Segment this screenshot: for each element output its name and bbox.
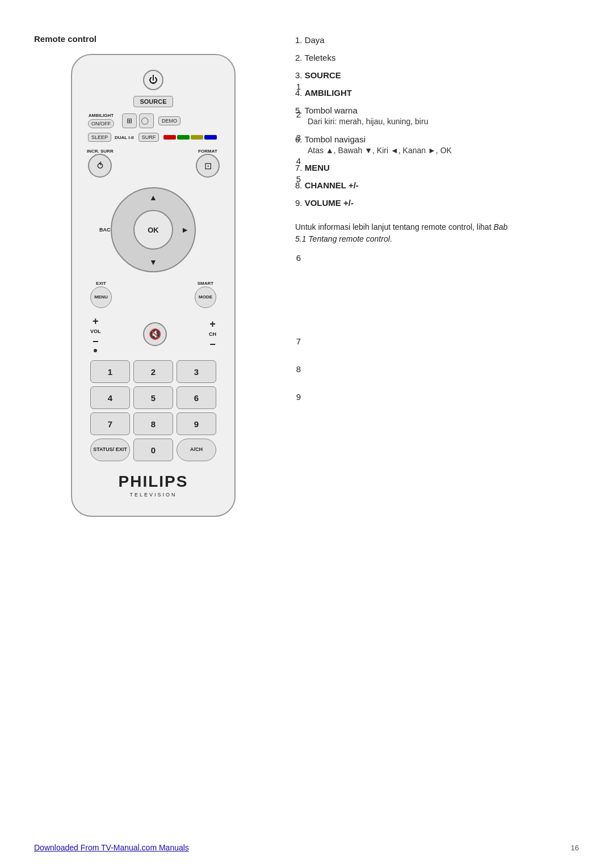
item-text: 9. VOLUME +/- [295,197,579,209]
item-text: 4. AMBILIGHT [295,87,579,99]
item-text: 3. SOURCE [295,69,579,81]
num-8-button[interactable]: 8 [133,412,173,435]
sleep-button[interactable]: SLEEP [88,133,111,142]
info-main: Untuk informasi lebih lanjut tentang rem… [295,222,493,231]
ambilight-row: AMBILIGHT ON/OFF ⊞ ⃝ DEMO [82,113,224,128]
num-2-button[interactable]: 2 [133,360,173,383]
mode-label: MODE [199,295,212,300]
source-item: SOURCE [305,70,341,80]
num-6-button[interactable]: 6 [177,386,216,409]
vol-plus-button[interactable]: + [93,316,99,326]
remote-wrapper: ⏻ SOURCE AMBILIGHT ON/OFF ⊞ ⃝ [34,54,272,517]
list-item: 1. Daya [295,34,579,46]
power-row: ⏻ [143,70,163,90]
yellow-button[interactable] [191,135,203,140]
nav-down-button[interactable]: ▼ [149,258,157,267]
numpad: 1 2 3 4 5 6 7 8 9 STATUS/ EXIT 0 A/CH [82,360,224,461]
demo-button[interactable]: DEMO [158,116,180,125]
num-4-button[interactable]: 4 [90,386,130,409]
item-sub: Atas ▲, Bawah ▼, Kiri ◄, Kanan ►, OK [308,145,579,157]
num-3-button[interactable]: 3 [177,360,216,383]
exit-smart-row: EXIT MENU SMART MODE [82,281,224,308]
item-text: 7. MENU [295,162,579,174]
num-5-button[interactable]: 5 [133,386,173,409]
right-column: 1. Daya 2. Teleteks 3. SOURCE 4. AMBILIG… [295,34,579,517]
vol-minus-button[interactable]: − [93,336,99,347]
format-button[interactable]: ⊡ [196,154,220,178]
ch-column: + CH − [209,319,216,349]
sleep-row: SLEEP DUAL I-II SURF [82,133,224,142]
brand-tv: TELEVISION [129,492,177,498]
brand-section: PHILIPS TELEVISION [119,473,188,498]
mode-button[interactable]: MODE [195,286,216,308]
exit-label: EXIT [96,281,106,286]
ambilight-label: AMBILIGHT [89,113,114,118]
list-item: 9. VOLUME +/- [295,197,579,209]
volume-item: VOLUME +/- [305,198,354,208]
menu-item: MENU [305,163,330,172]
power-button[interactable]: ⏻ [143,70,163,90]
item-text: 2. Teleteks [295,52,579,64]
mute-icon: 🔇 [149,328,161,340]
source-row: SOURCE [133,96,173,107]
section-title: Remote control [34,34,272,44]
source-button[interactable]: SOURCE [133,96,173,107]
red-button[interactable] [163,135,176,140]
mute-button[interactable]: 🔇 [143,322,167,346]
ch-label: CH [209,331,216,337]
ok-button[interactable]: OK [133,210,173,250]
ambilight-item: AMBILIGHT [305,88,352,98]
blue-button[interactable] [204,135,217,140]
item-text: 6. Tombol navigasi [295,133,579,145]
num-9-button[interactable]: 9 [177,412,216,435]
footer-link[interactable]: Downloaded From TV-Manual.com Manuals [34,843,189,852]
item-text: 5. Tombol warna [295,104,579,116]
surf-button[interactable]: SURF [138,133,159,142]
left-column: Remote control ⏻ SOURCE AMBILIGHT [34,34,272,517]
green-button[interactable] [177,135,190,140]
smart-label: SMART [198,281,213,286]
list-item: 5. Tombol warna Dari kiri: merah, hijau,… [295,104,579,128]
vol-column: + VOL − [90,316,101,352]
list-item: 8. CHANNEL +/- [295,179,579,191]
page-num-text: 16 [571,844,579,852]
num-7-button[interactable]: 7 [90,412,130,435]
ch-minus-button[interactable]: − [209,339,216,349]
surr-format-row: INCR. SURR ⥀ FORMAT ⊡ [82,149,224,178]
ch-plus-button[interactable]: + [209,319,216,329]
nav-right-arrow[interactable]: ► [181,225,189,234]
list-item: 2. Teleteks [295,52,579,64]
item-sub: Dari kiri: merah, hijau, kuning, biru [308,116,579,128]
vol-label: VOL [90,328,101,334]
list-item: 6. Tombol navigasi Atas ▲, Bawah ▼, Kiri… [295,133,579,157]
menu-button[interactable]: MENU [90,286,112,308]
channel-item: CHANNEL +/- [305,180,359,190]
item-text: 1. Daya [295,34,579,46]
vol-indicator [94,349,97,352]
power-icon: ⏻ [149,75,158,85]
status-exit-button[interactable]: STATUS/ EXIT [90,439,130,461]
settings-icon-button[interactable]: ⃝ [139,113,154,128]
on-off-button[interactable]: ON/OFF [88,119,114,128]
item-list: 1. Daya 2. Teleteks 3. SOURCE 4. AMBILIG… [295,34,579,209]
list-item: 3. SOURCE [295,69,579,81]
teletext-icon-button[interactable]: ⊞ [122,113,137,128]
footer: Downloaded From TV-Manual.com Manuals [34,843,189,852]
dual-label: DUAL I-II [115,135,134,140]
menu-label: MENU [94,295,108,300]
ach-button[interactable]: A/CH [177,439,216,461]
num-1-button[interactable]: 1 [90,360,130,383]
brand-philips: PHILIPS [119,473,188,491]
list-item: 7. MENU [295,162,579,174]
vol-ch-section: + VOL − 🔇 + CH − [82,316,224,352]
nav-up-button[interactable]: ▲ [149,193,157,202]
info-end: . [390,234,392,243]
remote-control: ⏻ SOURCE AMBILIGHT ON/OFF ⊞ ⃝ [71,54,236,517]
num-0-button[interactable]: 0 [133,439,173,461]
page-number: 16 [571,844,579,852]
incr-surr-label: INCR. SURR [87,149,114,154]
list-item: 4. AMBILIGHT [295,87,579,99]
format-label: FORMAT [198,149,217,154]
info-text: Untuk informasi lebih lanjut tentang rem… [295,221,511,245]
incr-surr-button[interactable]: ⥀ [88,154,112,178]
